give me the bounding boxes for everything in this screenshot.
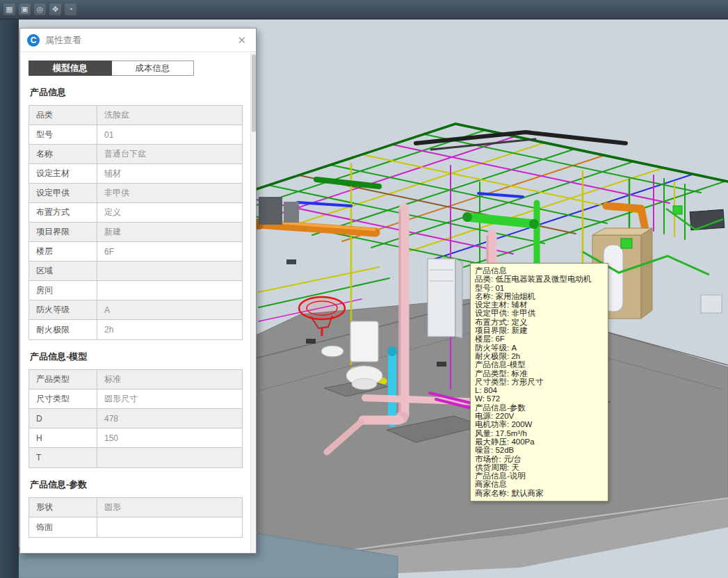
tooltip-line: 电机功率: 200W bbox=[475, 420, 604, 428]
property-label: 设定甲供 bbox=[29, 184, 97, 202]
property-label: 项目界限 bbox=[29, 223, 97, 241]
property-label: 饰面 bbox=[29, 517, 97, 537]
close-icon[interactable]: ✕ bbox=[234, 33, 249, 48]
property-row: 防火等级A bbox=[29, 300, 242, 320]
property-value: 2h bbox=[97, 320, 242, 339]
property-value: 478 bbox=[97, 409, 242, 428]
section-title: 产品信息-模型 bbox=[30, 351, 248, 363]
property-label: T bbox=[29, 448, 97, 467]
panel-tabs: 模型信息成本信息 bbox=[29, 61, 194, 76]
tooltip-line: 尺寸类型: 方形尺寸 bbox=[475, 378, 604, 386]
property-label: 区域 bbox=[29, 262, 97, 280]
property-value: 01 bbox=[97, 125, 242, 144]
tooltip-line: 电源: 220V bbox=[475, 412, 604, 420]
property-label: 楼层 bbox=[29, 242, 97, 261]
property-value: 圆形 bbox=[97, 498, 242, 517]
select-tool-icon[interactable]: ▣ bbox=[19, 3, 31, 15]
property-row: 尺寸类型圆形尺寸 bbox=[29, 390, 242, 409]
app-window: 产品信息品类: 低压电器装置及微型电动机型号: 01名称: 家用油烟机设定主材:… bbox=[0, 0, 728, 578]
property-value: 洗脸盆 bbox=[97, 106, 242, 125]
zoom-tool-icon[interactable]: ◔ bbox=[65, 3, 76, 15]
tooltip-line: 商家信息 bbox=[475, 480, 604, 488]
property-value: 标准 bbox=[97, 370, 242, 389]
tooltip-line: 布置方式: 定义 bbox=[475, 318, 604, 326]
tooltip-line: 设定甲供: 非甲供 bbox=[475, 309, 604, 317]
tooltip-line: 型号: 01 bbox=[475, 284, 604, 292]
tooltip-line: 最大静压: 400Pa bbox=[475, 437, 604, 446]
hover-tooltip: 产品信息品类: 低压电器装置及微型电动机型号: 01名称: 家用油烟机设定主材:… bbox=[470, 263, 608, 501]
property-row: 饰面 bbox=[29, 517, 242, 537]
property-value bbox=[97, 448, 242, 467]
property-value: 新建 bbox=[97, 223, 242, 241]
property-value bbox=[97, 517, 242, 537]
tooltip-line: 产品信息 bbox=[475, 266, 604, 275]
property-row: 区域 bbox=[29, 262, 242, 281]
tooltip-line: L: 804 bbox=[475, 386, 604, 394]
tooltip-line: 品类: 低压电器装置及微型电动机 bbox=[475, 275, 604, 283]
property-row: 设定甲供非甲供 bbox=[29, 184, 242, 203]
property-value: 非甲供 bbox=[97, 184, 242, 202]
property-row: T bbox=[29, 448, 242, 467]
property-value: A bbox=[97, 300, 242, 319]
panel-body: 产品信息品类洗脸盆型号01名称普通台下盆设定主材辅材设定甲供非甲供布置方式定义项… bbox=[20, 86, 256, 538]
property-table: 品类洗脸盆型号01名称普通台下盆设定主材辅材设定甲供非甲供布置方式定义项目界限新… bbox=[29, 105, 243, 340]
property-row: 楼层6F bbox=[29, 242, 242, 262]
property-panel: C 属性查看 ✕ 模型信息成本信息 产品信息品类洗脸盆型号01名称普通台下盆设定… bbox=[19, 28, 257, 554]
tooltip-line: 设定主材: 辅材 bbox=[475, 300, 604, 309]
property-label: 名称 bbox=[29, 145, 97, 163]
property-label: 房间 bbox=[29, 281, 97, 300]
property-row: H150 bbox=[29, 428, 242, 448]
tab-model-info[interactable]: 模型信息 bbox=[29, 61, 112, 76]
app-menu-icon[interactable]: ▦ bbox=[3, 3, 15, 15]
property-label: H bbox=[29, 428, 97, 447]
tooltip-line: 噪音: 52dB bbox=[475, 446, 604, 454]
tooltip-line: W: 572 bbox=[475, 394, 604, 403]
tooltip-line: 项目界限: 新建 bbox=[475, 326, 604, 335]
left-toolbar-strip bbox=[0, 0, 19, 578]
tooltip-line: 风量: 17.5m³/h bbox=[475, 429, 604, 437]
title-bar: ▦▣◎✥◔ bbox=[0, 0, 728, 19]
tooltip-line: 产品信息-说明 bbox=[475, 472, 604, 480]
tab-cost-info[interactable]: 成本信息 bbox=[112, 61, 195, 76]
section-title: 产品信息 bbox=[30, 86, 248, 99]
tooltip-line: 产品类型: 标准 bbox=[475, 369, 604, 378]
property-row: 布置方式定义 bbox=[29, 203, 242, 223]
property-label: 形状 bbox=[29, 498, 97, 517]
property-value: 150 bbox=[97, 428, 242, 447]
scrollbar-thumb[interactable] bbox=[252, 54, 256, 132]
tooltip-line: 名称: 家用油烟机 bbox=[475, 292, 604, 300]
property-row: 房间 bbox=[29, 281, 242, 300]
property-value: 普通台下盆 bbox=[97, 145, 242, 163]
property-value bbox=[97, 262, 242, 280]
tooltip-line: 市场价: 元/台 bbox=[475, 455, 604, 463]
panel-title: 属性查看 bbox=[45, 34, 81, 47]
property-value: 定义 bbox=[97, 203, 242, 222]
tooltip-line: 产品信息-模型 bbox=[475, 360, 604, 369]
panel-scrollbar[interactable] bbox=[250, 53, 256, 553]
property-label: 耐火极限 bbox=[29, 320, 97, 339]
tooltip-line: 耐火极限: 2h bbox=[475, 352, 604, 360]
orbit-tool-icon[interactable]: ◎ bbox=[34, 3, 46, 15]
pan-tool-icon[interactable]: ✥ bbox=[49, 3, 61, 15]
toolbar: ▦▣◎✥◔ bbox=[3, 3, 76, 15]
property-label: 布置方式 bbox=[29, 203, 97, 222]
property-row: 品类洗脸盆 bbox=[29, 106, 242, 125]
property-value: 圆形尺寸 bbox=[97, 390, 242, 408]
property-value: 辅材 bbox=[97, 164, 242, 183]
property-label: 防火等级 bbox=[29, 300, 97, 319]
tooltip-line: 商家名称: 默认商家 bbox=[475, 489, 604, 497]
property-row: 型号01 bbox=[29, 125, 242, 145]
property-row: 耐火极限2h bbox=[29, 320, 242, 339]
property-row: 形状圆形 bbox=[29, 498, 242, 517]
tooltip-line: 楼层: 6F bbox=[475, 335, 604, 343]
property-label: 型号 bbox=[29, 125, 97, 144]
property-label: 设定主材 bbox=[29, 164, 97, 183]
tooltip-line: 防火等级: A bbox=[475, 344, 604, 352]
property-row: 项目界限新建 bbox=[29, 223, 242, 242]
tooltip-line: 产品信息-参数 bbox=[475, 403, 604, 412]
property-label: D bbox=[29, 409, 97, 428]
property-table: 形状圆形饰面 bbox=[29, 497, 243, 538]
property-row: D478 bbox=[29, 409, 242, 428]
section-title: 产品信息-参数 bbox=[30, 479, 248, 491]
property-table: 产品类型标准尺寸类型圆形尺寸D478H150T bbox=[29, 369, 243, 468]
